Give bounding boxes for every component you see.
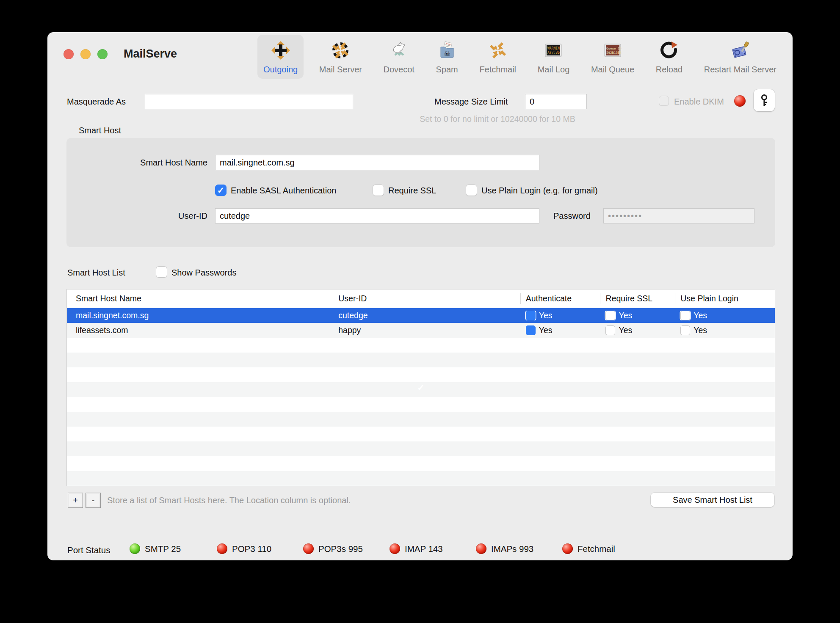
smart-host-groupbox: Smart Host Name Enable SASL Authenticati… (66, 138, 775, 247)
masquerade-as-input[interactable] (145, 94, 353, 109)
toolbar-label: Spam (436, 65, 458, 74)
toolbar-label: Mail Server (319, 65, 362, 74)
save-smart-host-list-button[interactable]: Save Smart Host List (651, 493, 774, 507)
restart-mail-server-icon (730, 40, 750, 61)
password-input[interactable] (603, 208, 754, 223)
port-name: IMAP 143 (405, 544, 443, 554)
toolbar-item-reload[interactable]: Reload (650, 35, 688, 79)
key-icon (759, 94, 770, 107)
svg-text:AY7:36: AY7:36 (547, 51, 560, 55)
port-entry-imaps: IMAPs 993 (476, 543, 533, 554)
message-size-limit-input[interactable] (525, 94, 587, 109)
port-name: IMAPs 993 (491, 544, 533, 554)
toolbar: Outgoing Mail Server (257, 35, 782, 86)
port-entry-smtp: SMTP 25 (130, 543, 181, 554)
svg-text:WARNIN: WARNIN (547, 47, 560, 50)
masquerade-as-label: Masquerade As (67, 97, 126, 107)
table-row[interactable]: lifeassets.com happy Yes Yes Yes (67, 323, 775, 338)
password-label: Password (553, 211, 591, 221)
enable-sasl-label: Enable SASL Authentication (231, 186, 336, 196)
mail-log-screen-icon: WARNIN AY7:36 (543, 40, 564, 61)
toolbar-label: Dovecot (384, 65, 414, 74)
smart-host-table: Smart Host Name User-ID Authenticate Req… (66, 289, 775, 486)
toolbar-label: Mail Queue (591, 65, 634, 74)
toolbar-item-mail-queue[interactable]: Queue ID 592B13E3 Mail Queue (585, 35, 640, 79)
enable-dkim-label: Enable DKIM (674, 97, 724, 107)
pop3-status-led (217, 543, 227, 554)
toolbar-item-fetchmail[interactable]: Fetchmail (473, 35, 522, 79)
port-entry-pop3s: POP3s 995 (303, 543, 363, 554)
toolbar-label: Reload (656, 65, 682, 74)
mailserve-window: MailServe Outgoing (47, 32, 793, 560)
svg-text:Queue ID: Queue ID (606, 47, 622, 50)
imap-status-led (390, 543, 400, 554)
show-passwords-label: Show Passwords (171, 268, 236, 278)
dove-icon (389, 40, 409, 61)
remove-row-button[interactable]: - (86, 493, 101, 508)
toolbar-item-dovecot[interactable]: Dovecot (378, 35, 420, 79)
use-plain-login-label: Use Plain Login (e.g. for gmail) (481, 186, 598, 196)
require-ssl-checkbox[interactable] (373, 185, 384, 196)
toolbar-item-spam[interactable]: ☠ Spam (430, 35, 464, 79)
smart-host-section-label: Smart Host (79, 126, 121, 135)
pop3s-status-led (303, 543, 314, 554)
reload-icon (659, 40, 679, 61)
mail-server-icon (330, 40, 351, 61)
smart-host-name-input[interactable] (215, 155, 539, 170)
toolbar-item-restart-mail-server[interactable]: Restart Mail Server (698, 35, 782, 79)
outgoing-arrows-icon (271, 40, 291, 61)
svg-text:☠: ☠ (444, 50, 450, 58)
close-window-button[interactable] (64, 49, 74, 59)
user-id-input[interactable] (215, 208, 539, 223)
port-status-label: Port Status (67, 545, 110, 555)
port-entry-imap: IMAP 143 (390, 543, 443, 554)
smtp-status-led (130, 543, 140, 554)
toolbar-item-outgoing[interactable]: Outgoing (257, 35, 304, 79)
authenticate-checkbox[interactable] (526, 325, 536, 335)
toolbar-item-mail-server[interactable]: Mail Server (313, 35, 368, 79)
toolbar-label: Mail Log (538, 65, 570, 74)
port-entry-pop3: POP3 110 (217, 543, 271, 554)
mail-queue-screen-icon: Queue ID 592B13E3 (602, 40, 623, 61)
port-entry-fetchmail: Fetchmail (562, 543, 615, 554)
enable-sasl-checkbox[interactable] (215, 185, 227, 196)
toolbar-label: Fetchmail (479, 65, 516, 74)
add-row-button[interactable]: + (68, 493, 83, 508)
user-id-label: User-ID (92, 211, 207, 221)
fetchmail-status-led (562, 543, 573, 554)
port-name: SMTP 25 (145, 544, 181, 554)
fetchmail-arrows-icon (488, 40, 508, 61)
smart-host-list-label: Smart Host List (67, 268, 125, 278)
port-name: POP3 110 (232, 544, 271, 554)
show-passwords-checkbox[interactable] (156, 266, 167, 278)
port-name: Fetchmail (578, 544, 615, 554)
imaps-status-led (476, 543, 486, 554)
zoom-window-button[interactable] (97, 49, 108, 59)
use-plain-login-checkbox[interactable] (466, 185, 477, 196)
smart-host-name-label: Smart Host Name (92, 158, 207, 168)
spam-folder-icon: ☠ (437, 40, 457, 61)
minimize-window-button[interactable] (80, 49, 91, 59)
app-title: MailServe (124, 47, 177, 61)
enable-dkim-checkbox[interactable] (659, 96, 669, 106)
message-size-limit-help: Set to 0 for no limit or 10240000 for 10… (403, 114, 592, 124)
toolbar-label: Restart Mail Server (704, 65, 776, 74)
require-ssl-label: Require SSL (388, 186, 436, 196)
port-name: POP3s 995 (318, 544, 363, 554)
toolbar-item-mail-log[interactable]: WARNIN AY7:36 Mail Log (532, 35, 576, 79)
smart-host-list-note: Store a list of Smart Hosts here. The Lo… (107, 496, 351, 505)
dkim-status-led (734, 95, 746, 107)
message-size-limit-label: Message Size Limit (434, 97, 508, 107)
toolbar-label: Outgoing (263, 65, 298, 74)
svg-text:592B13E3: 592B13E3 (606, 51, 622, 55)
dkim-key-button[interactable] (754, 89, 775, 111)
